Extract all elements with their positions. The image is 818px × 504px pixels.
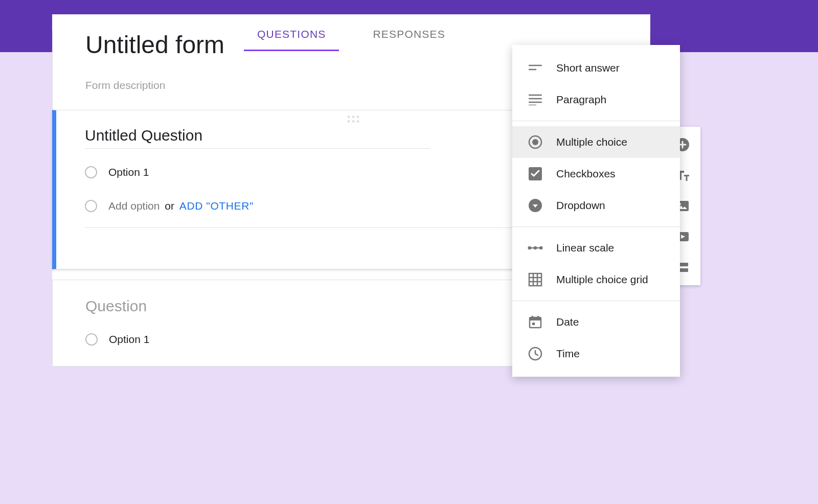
- type-option-paragraph[interactable]: Paragraph: [512, 84, 680, 116]
- svg-point-8: [532, 139, 538, 145]
- type-label: Time: [556, 348, 580, 360]
- option-label[interactable]: Option 1: [109, 333, 149, 346]
- clock-icon: [528, 346, 543, 361]
- add-other-button[interactable]: ADD "OTHER": [179, 200, 254, 212]
- menu-divider: [512, 226, 680, 227]
- type-option-time[interactable]: Time: [512, 338, 680, 370]
- svg-rect-22: [532, 316, 533, 319]
- add-or-label: or: [165, 200, 174, 212]
- svg-rect-24: [532, 323, 535, 325]
- type-option-short-answer[interactable]: Short answer: [512, 52, 680, 84]
- type-option-linear-scale[interactable]: Linear scale: [512, 232, 680, 264]
- checkbox-icon: [528, 166, 543, 181]
- svg-point-12: [528, 246, 531, 250]
- type-label: Date: [556, 316, 579, 328]
- menu-divider: [512, 301, 680, 301]
- type-option-multiple-choice-grid[interactable]: Multiple choice grid: [512, 264, 680, 295]
- paragraph-icon: [528, 92, 543, 107]
- svg-rect-23: [537, 316, 539, 319]
- tab-responses[interactable]: RESPONSES: [359, 28, 459, 51]
- grid-icon: [528, 272, 543, 287]
- type-label: Multiple choice grid: [556, 273, 648, 286]
- radio-icon: [85, 333, 98, 346]
- add-option-button[interactable]: Add option: [108, 200, 160, 212]
- type-option-multiple-choice[interactable]: Multiple choice: [512, 126, 680, 158]
- type-label: Checkboxes: [556, 168, 616, 180]
- type-label: Linear scale: [556, 242, 614, 254]
- svg-rect-21: [530, 317, 541, 320]
- radio-selected-icon: [528, 134, 543, 150]
- short-answer-icon: [528, 60, 543, 76]
- option-label[interactable]: Option 1: [108, 166, 149, 178]
- tab-questions[interactable]: QUESTIONS: [244, 28, 339, 51]
- dropdown-icon: [528, 198, 543, 213]
- svg-point-13: [534, 246, 537, 250]
- type-label: Multiple choice: [556, 136, 627, 148]
- drag-handle-icon[interactable]: [347, 116, 359, 123]
- svg-point-14: [539, 246, 543, 250]
- calendar-icon: [528, 314, 543, 330]
- radio-icon: [85, 200, 97, 212]
- type-label: Paragraph: [556, 94, 606, 106]
- question-title-input[interactable]: Untitled Question: [85, 127, 430, 149]
- type-label: Short answer: [556, 62, 620, 74]
- menu-divider: [512, 121, 680, 121]
- type-option-dropdown[interactable]: Dropdown: [512, 190, 680, 221]
- question-type-menu[interactable]: Short answer Paragraph Multiple choice: [512, 45, 680, 377]
- type-label: Dropdown: [556, 199, 605, 212]
- linear-scale-icon: [528, 240, 543, 256]
- radio-icon: [85, 166, 97, 178]
- type-option-checkboxes[interactable]: Checkboxes: [512, 158, 680, 190]
- svg-rect-15: [529, 273, 541, 286]
- type-option-date[interactable]: Date: [512, 306, 680, 338]
